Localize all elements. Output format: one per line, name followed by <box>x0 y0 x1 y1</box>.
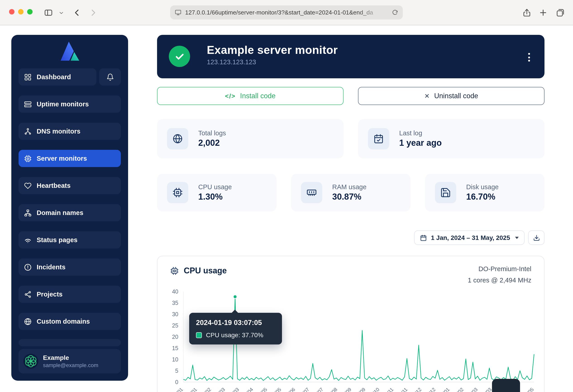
stat-value: 1 year ago <box>399 138 442 148</box>
stat-label: Total logs <box>198 129 226 137</box>
tooltip-datetime: 2024-01-19 03:07:05 <box>196 319 275 327</box>
svg-text:21/03: 21/03 <box>480 387 493 392</box>
page-settings-icon[interactable] <box>175 9 181 16</box>
install-code-button[interactable]: </> Install code <box>157 87 343 105</box>
stat-card-last-log: Last log1 year ago <box>358 119 544 159</box>
traffic-lights <box>9 9 33 15</box>
sidebar-item-domain-names[interactable]: Domain names <box>18 204 121 221</box>
new-tab-icon[interactable] <box>538 8 548 17</box>
sidebar-toggle-icon[interactable] <box>44 8 53 17</box>
grid-icon <box>24 73 32 81</box>
svg-text:01/03: 01/03 <box>466 387 479 392</box>
code-actions-row: </> Install code ✕ Uninstall code <box>157 87 544 105</box>
series-swatch-icon <box>196 332 202 338</box>
heart-icon <box>24 182 32 189</box>
stat-value: 1.30% <box>198 192 232 202</box>
svg-text:05/05: 05/05 <box>255 387 269 392</box>
stat-card-ram-usage: RAM usage30.87% <box>291 174 411 211</box>
uninstall-code-label: Uninstall code <box>434 92 478 100</box>
svg-text:20: 20 <box>172 334 178 340</box>
app-logo-icon <box>18 39 121 62</box>
export-download-button[interactable] <box>528 231 544 245</box>
date-range-picker[interactable]: 1 Jan, 2024 – 31 May, 2025 <box>414 231 525 245</box>
svg-text:26/01: 26/01 <box>185 387 198 392</box>
bottom-dark-pill <box>492 379 520 392</box>
stat-card-cpu-usage: CPU usage1.30% <box>157 174 277 211</box>
monitor-title: Example server monitor <box>207 43 338 57</box>
total-logs-icon <box>167 128 188 149</box>
share-icon[interactable] <box>522 8 531 17</box>
globe-icon <box>24 318 32 325</box>
svg-text:31/12: 31/12 <box>424 387 437 392</box>
stat-card-disk-usage: Disk usage16.70% <box>425 174 544 211</box>
stats-primary: Total logs2,002Last log1 year ago <box>157 119 544 159</box>
stat-label: Last log <box>399 129 442 137</box>
sidebar-item-custom-domains[interactable]: Custom domains <box>18 313 121 330</box>
tab-overview-icon[interactable] <box>556 8 565 17</box>
svg-text:12/10: 12/10 <box>368 387 381 392</box>
sitemap-icon <box>24 209 32 217</box>
calendar-icon <box>420 234 427 241</box>
cpu-icon <box>24 155 32 162</box>
dns-icon <box>24 127 32 135</box>
sidebar-item-incidents[interactable]: Incidents <box>18 258 121 276</box>
chart-title: CPU usage <box>184 266 227 276</box>
sidebar-item-server-monitors[interactable]: Server monitors <box>18 150 121 167</box>
svg-text:20/01: 20/01 <box>438 387 451 392</box>
sidebar-item-dns-monitors[interactable]: DNS monitors <box>18 123 121 140</box>
stat-value: 30.87% <box>332 192 367 202</box>
reload-icon[interactable] <box>392 9 398 16</box>
caret-down-icon <box>515 236 519 239</box>
svg-text:06/01: 06/01 <box>171 387 184 392</box>
close-window-button[interactable] <box>9 9 15 15</box>
sidebar-nav: DashboardUptime monitorsDNS monitorsServ… <box>18 68 121 330</box>
chevron-down-icon[interactable] <box>59 10 64 15</box>
sidebar-item-heartbeats[interactable]: Heartbeats <box>18 177 121 194</box>
nodes-icon <box>24 290 32 298</box>
svg-text:14/06: 14/06 <box>284 387 296 392</box>
sidebar-item-dashboard[interactable]: Dashboard <box>18 68 96 86</box>
address-bar[interactable]: 127.0.0.1/66uptime/server-monitor/3?&sta… <box>170 5 403 19</box>
sidebar-item-projects[interactable]: Projects <box>18 286 121 303</box>
status-check-icon <box>169 46 190 67</box>
url-text: 127.0.0.1/66uptime/server-monitor/3?&sta… <box>185 9 388 16</box>
svg-text:01/11: 01/11 <box>382 387 394 392</box>
zoom-window-button[interactable] <box>27 9 33 15</box>
browser-toolbar: 127.0.0.1/66uptime/server-monitor/3?&sta… <box>0 0 573 25</box>
highlight-dot <box>233 295 237 299</box>
disk-usage-icon <box>435 182 456 203</box>
wifi-icon <box>24 236 32 244</box>
uninstall-code-button[interactable]: ✕ Uninstall code <box>358 87 544 105</box>
page: DashboardUptime monitorsDNS monitorsServ… <box>0 25 573 392</box>
chart-toolbar: 1 Jan, 2024 – 31 May, 2025 <box>414 231 544 245</box>
svg-text:21/11: 21/11 <box>396 387 409 392</box>
sidebar-item-uptime-monitors[interactable]: Uptime monitors <box>18 95 121 113</box>
alert-icon <box>24 263 32 271</box>
kebab-menu-icon[interactable] <box>527 52 531 62</box>
svg-text:26/03: 26/03 <box>227 387 240 392</box>
browser-window: 127.0.0.1/66uptime/server-monitor/3?&sta… <box>0 0 573 392</box>
main-content: Example server monitor 123.123.123.123 <… <box>157 25 544 392</box>
back-icon[interactable] <box>72 8 81 17</box>
stat-label: RAM usage <box>332 183 367 191</box>
sidebar-item-label: Server monitors <box>37 155 87 162</box>
svg-text:20/05: 20/05 <box>522 387 535 392</box>
notifications-button[interactable] <box>99 68 121 86</box>
user-card[interactable]: Example sample@example.com <box>18 349 121 374</box>
sidebar-item-label: DNS monitors <box>37 128 80 135</box>
stat-label: Disk usage <box>466 183 499 191</box>
last-log-icon <box>368 128 389 149</box>
minimize-window-button[interactable] <box>18 9 23 15</box>
cpu-chart-card: CPU usage DO-Premium-Intel 1 cores @ 2,4… <box>157 256 544 392</box>
stat-value: 2,002 <box>198 138 226 148</box>
svg-text:06/03: 06/03 <box>214 387 226 392</box>
tooltip-value: CPU usage: 37.70% <box>206 331 263 339</box>
svg-text:15/04: 15/04 <box>241 387 254 392</box>
server-model: DO-Premium-Intel <box>468 264 531 275</box>
forward-icon <box>89 8 98 17</box>
ram-usage-icon <box>301 182 322 203</box>
svg-text:40: 40 <box>172 288 178 295</box>
svg-text:15: 15 <box>172 345 178 351</box>
bell-icon <box>106 73 114 81</box>
sidebar-item-status-pages[interactable]: Status pages <box>18 231 121 249</box>
